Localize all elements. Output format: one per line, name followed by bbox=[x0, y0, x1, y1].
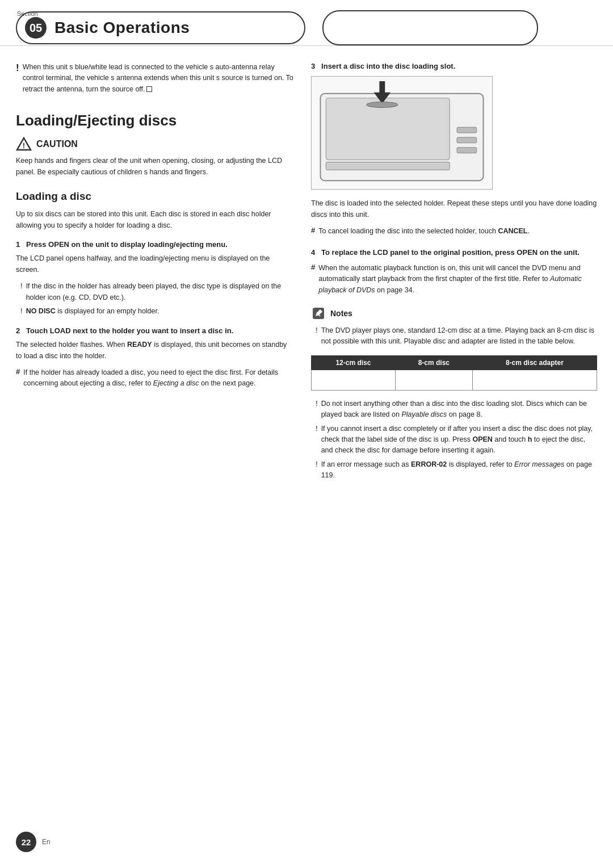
bullet-exclamation-icon-1: ! bbox=[20, 282, 23, 290]
step3-container: 3 Insert a disc into the disc loading sl… bbox=[311, 62, 597, 237]
footer: 22 En bbox=[16, 832, 51, 852]
caution-header: ! CAUTION bbox=[16, 136, 294, 152]
step4-header: 4 To replace the LCD panel to the origin… bbox=[311, 247, 597, 258]
section-label: Section bbox=[17, 10, 38, 17]
step4-hash: # When the automatic playback function i… bbox=[311, 263, 597, 296]
notes-exclamation-icon-3: ! bbox=[316, 424, 318, 433]
stop-icon bbox=[146, 86, 152, 92]
notes-bullet4: ! If an error message such as ERROR-02 i… bbox=[311, 459, 597, 481]
step1-bullet2: ! NO DISC is displayed for an empty hold… bbox=[16, 306, 294, 317]
caution-text: Keep hands and fingers clear of the unit… bbox=[16, 156, 294, 178]
header-pill: 05 Basic Operations bbox=[16, 11, 305, 44]
svg-rect-4 bbox=[326, 162, 450, 170]
table-row bbox=[312, 370, 597, 390]
svg-rect-6 bbox=[457, 137, 477, 143]
svg-rect-5 bbox=[457, 127, 477, 133]
svg-rect-7 bbox=[457, 148, 477, 153]
right-column: 3 Insert a disc into the disc loading sl… bbox=[311, 46, 597, 484]
notes-label: Notes bbox=[330, 309, 352, 318]
notes-bullet3: ! If you cannot insert a disc completely… bbox=[311, 423, 597, 456]
left-column: ! When this unit s blue/white lead is co… bbox=[16, 46, 294, 484]
step4-hash-text: When the automatic playback function is … bbox=[318, 263, 597, 296]
step2-hash-text: If the holder has already loaded a disc,… bbox=[23, 367, 294, 389]
step3-header: 3 Insert a disc into the disc loading sl… bbox=[311, 62, 597, 70]
disc-table: 12-cm disc 8-cm disc 8-cm disc adapter bbox=[311, 355, 597, 391]
notes-bullet3-text: If you cannot insert a disc completely o… bbox=[321, 423, 597, 456]
step1-bullet1-text: If the disc in the holder has already be… bbox=[26, 281, 294, 303]
svg-point-9 bbox=[367, 102, 398, 108]
hash-symbol-3: # bbox=[311, 263, 315, 271]
notes-exclamation-icon-1: ! bbox=[316, 326, 318, 334]
table-header-3: 8-cm disc adapter bbox=[472, 355, 597, 370]
table-header-1: 12-cm disc bbox=[312, 355, 396, 370]
notes-bullet4-text: If an error message such as ERROR-02 is … bbox=[321, 459, 597, 481]
bullet-exclamation-icon-2: ! bbox=[20, 307, 23, 315]
table-header-2: 8-cm disc bbox=[395, 355, 472, 370]
step1-header: 1 Press OPEN on the unit to display load… bbox=[16, 239, 294, 250]
step3-body1: The disc is loaded into the selected hol… bbox=[311, 198, 597, 220]
content: ! When this unit s blue/white lead is co… bbox=[0, 46, 613, 484]
page-title: Basic Operations bbox=[54, 19, 190, 37]
notes-box: Notes ! The DVD player plays one, standa… bbox=[311, 306, 597, 481]
step3-hash: # To cancel loading the disc into the se… bbox=[311, 226, 597, 237]
step2-header: 2 Touch LOAD next to the holder you want… bbox=[16, 325, 294, 337]
notes-exclamation-icon-2: ! bbox=[316, 399, 318, 408]
header-right-box bbox=[322, 10, 538, 45]
header: Section 05 Basic Operations bbox=[0, 0, 613, 46]
loading-ejecting-title: Loading/Ejecting discs bbox=[16, 112, 294, 129]
notes-pencil-icon bbox=[311, 306, 326, 321]
table-cell-2 bbox=[395, 370, 472, 390]
step3-hash-text: To cancel loading the disc into the sele… bbox=[318, 226, 530, 237]
page-number: 22 bbox=[16, 832, 36, 852]
loading-disc-subtitle: Loading a disc bbox=[16, 190, 294, 203]
caution-triangle-icon: ! bbox=[16, 136, 32, 152]
section-number: 05 bbox=[25, 17, 47, 39]
step2-hash: # If the holder has already loaded a dis… bbox=[16, 367, 294, 389]
loading-disc-intro: Up to six discs can be stored into this … bbox=[16, 208, 294, 231]
language-label: En bbox=[42, 838, 51, 846]
page-wrapper: Section 05 Basic Operations ! When this … bbox=[0, 0, 613, 868]
table-cell-1 bbox=[312, 370, 396, 390]
hash-symbol-1: # bbox=[16, 367, 20, 376]
antenna-note: ! When this unit s blue/white lead is co… bbox=[16, 62, 294, 95]
notes-bullet2: ! Do not insert anything other than a di… bbox=[311, 399, 597, 421]
exclamation-icon: ! bbox=[16, 62, 19, 74]
step1-bullet1: ! If the disc in the holder has already … bbox=[16, 281, 294, 303]
notes-bullet1: ! The DVD player plays one, standard 12-… bbox=[311, 325, 597, 347]
table-cell-3 bbox=[472, 370, 597, 390]
notes-exclamation-icon-4: ! bbox=[316, 460, 318, 468]
step2-body: The selected holder flashes. When READY … bbox=[16, 339, 294, 362]
caution-label: CAUTION bbox=[36, 139, 78, 149]
hash-symbol-2: # bbox=[311, 226, 315, 234]
notes-header: Notes bbox=[311, 306, 597, 321]
svg-text:!: ! bbox=[23, 141, 25, 150]
caution-box: ! CAUTION Keep hands and fingers clear o… bbox=[16, 136, 294, 178]
notes-bullet1-text: The DVD player plays one, standard 12-cm… bbox=[321, 325, 597, 347]
notes-bullet2-text: Do not insert anything other than a disc… bbox=[321, 399, 597, 421]
step1-bullet2-text: NO DISC is displayed for an empty holder… bbox=[26, 306, 159, 317]
step1-body: The LCD panel opens halfway, and the loa… bbox=[16, 253, 294, 275]
disc-illustration bbox=[311, 76, 493, 190]
antenna-note-text: When this unit s blue/white lead is conn… bbox=[23, 62, 294, 95]
disc-svg bbox=[312, 77, 492, 189]
